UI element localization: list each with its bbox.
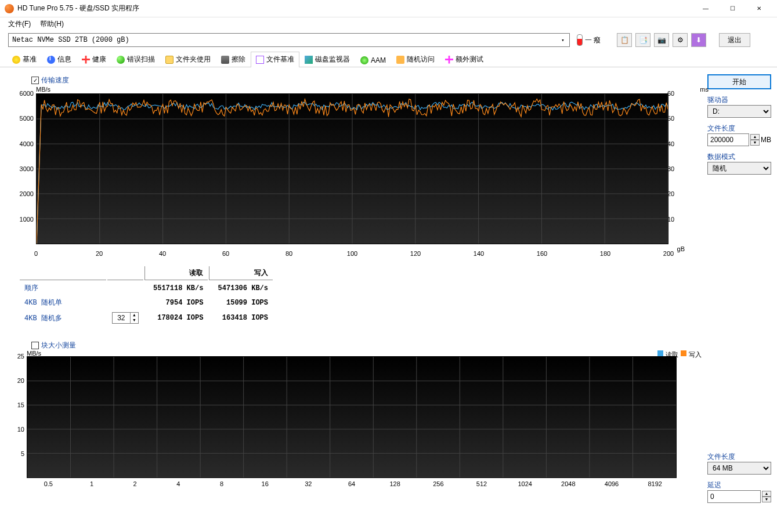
blocksize-chart: 252015105 0.5124816326412825651210242048…	[6, 350, 679, 495]
file-length2-label: 文件长度	[707, 453, 735, 461]
screenshot-button[interactable]: 📷	[654, 33, 669, 47]
minimize-button[interactable]: —	[692, 0, 719, 17]
write-header: 写入	[209, 266, 273, 280]
spin-down-icon[interactable]: ▼	[762, 497, 771, 502]
results-table: 读取 写入 顺序 5517118 KB/s 5471306 KB/s 4KB 随…	[19, 265, 274, 327]
file-benchmark-icon	[256, 56, 264, 64]
blocksize-checkbox[interactable]	[31, 342, 39, 349]
x-axis-unit: gB	[677, 245, 685, 252]
close-button[interactable]: ✕	[746, 0, 772, 17]
data-pattern-select[interactable]: 随机	[707, 162, 771, 175]
data-pattern-label: 数据模式	[707, 153, 735, 161]
thermometer-icon	[577, 34, 583, 46]
copy-all-button[interactable]: 📑	[635, 33, 650, 47]
legend-write-swatch	[681, 350, 686, 356]
spin-up-icon[interactable]: ▲	[750, 134, 760, 140]
drive-label: 驱动器	[707, 96, 728, 104]
menubar: 文件(F) 帮助(H)	[0, 17, 777, 30]
monitor-icon	[305, 56, 313, 64]
queue-depth-value[interactable]	[113, 314, 130, 322]
tab-benchmark[interactable]: 基准	[7, 52, 42, 67]
options-button[interactable]: ⚙	[673, 33, 688, 47]
spin-down-icon[interactable]: ▼	[130, 318, 138, 323]
table-row: 4KB 随机多 ▲▼ 178024 IOPS 163418 IOPS	[20, 310, 273, 325]
file-length2-select[interactable]: 64 MB	[707, 462, 771, 475]
start-button[interactable]: 开始	[707, 74, 771, 89]
dropdown-icon: ▾	[558, 35, 568, 45]
delay-label: 延迟	[707, 481, 721, 489]
blocksize-label: 块大小测量	[41, 341, 76, 350]
transfer-speed-checkbox-row: 传输速度	[31, 75, 702, 85]
transfer-speed-label: 传输速度	[41, 75, 69, 85]
health-icon	[82, 56, 90, 64]
spin-up-icon[interactable]: ▲	[130, 313, 138, 318]
spin-up-icon[interactable]: ▲	[762, 491, 771, 497]
transfer-speed-checkbox[interactable]	[31, 77, 39, 84]
tab-disk-monitor[interactable]: 磁盘监视器	[299, 52, 355, 67]
tab-aam[interactable]: AAM	[355, 53, 391, 67]
save-button[interactable]: ⬇	[691, 33, 706, 47]
app-icon	[5, 4, 14, 13]
tab-error-scan[interactable]: 错误扫描	[111, 52, 160, 67]
benchmark-icon	[12, 56, 20, 64]
table-row: 4KB 随机单 7954 IOPS 15099 IOPS	[20, 296, 273, 309]
window-title: HD Tune Pro 5.75 - 硬盘/SSD 实用程序	[17, 3, 139, 13]
menu-help[interactable]: 帮助(H)	[35, 18, 68, 30]
temperature-display: 一 癈	[573, 34, 604, 46]
blocksize-checkbox-row: 块大小测量	[31, 341, 702, 350]
aam-icon	[360, 56, 368, 64]
menu-file[interactable]: 文件(F)	[3, 18, 35, 30]
file-length-input[interactable]	[707, 133, 749, 146]
table-row: 顺序 5517118 KB/s 5471306 KB/s	[20, 281, 273, 295]
tab-bar: 基准 信息 健康 错误扫描 文件夹使用 擦除 文件基准 磁盘监视器 AAM 随机…	[0, 50, 777, 67]
tab-health[interactable]: 健康	[77, 52, 111, 67]
titlebar: HD Tune Pro 5.75 - 硬盘/SSD 实用程序 — ☐ ✕	[0, 0, 777, 17]
extra-icon	[445, 56, 453, 64]
queue-depth-spinner[interactable]: ▲▼	[112, 312, 139, 324]
copy-button[interactable]: 📋	[617, 33, 632, 47]
toolbar: Netac NVMe SSD 2TB (2000 gB) ▾ 一 癈 📋 📑 📷…	[0, 30, 777, 50]
transfer-chart: 600050004000300020001000 605040302010 02…	[15, 88, 665, 256]
y2-axis-unit: ms	[700, 86, 709, 93]
drive-letter-select[interactable]: D:	[707, 105, 771, 118]
file-length-unit: MB	[761, 136, 771, 144]
side-panel: 开始 驱动器 D: 文件长度 ▲▼ MB 数据模式 随机 文件长度 64 MB …	[707, 73, 771, 526]
read-header: 读取	[144, 266, 208, 280]
file-length-label: 文件长度	[707, 124, 735, 132]
folder-icon	[165, 56, 174, 64]
info-icon	[47, 56, 55, 64]
spin-down-icon[interactable]: ▼	[750, 140, 760, 146]
tab-erase[interactable]: 擦除	[216, 52, 251, 67]
temperature-text: 一 癈	[585, 35, 601, 45]
tab-folder-usage[interactable]: 文件夹使用	[160, 52, 216, 67]
scan-icon	[117, 56, 125, 64]
tab-random-access[interactable]: 随机访问	[391, 52, 440, 67]
delay-input[interactable]	[707, 490, 761, 503]
random-icon	[396, 56, 404, 64]
tab-extra-tests[interactable]: 额外测试	[440, 52, 489, 67]
tab-file-benchmark[interactable]: 文件基准	[251, 52, 299, 67]
tab-info[interactable]: 信息	[42, 52, 77, 67]
drive-select-value: Netac NVMe SSD 2TB (2000 gB)	[12, 36, 129, 44]
drive-select[interactable]: Netac NVMe SSD 2TB (2000 gB) ▾	[8, 33, 570, 47]
maximize-button[interactable]: ☐	[719, 0, 746, 17]
exit-button[interactable]: 退出	[719, 33, 750, 47]
erase-icon	[221, 56, 229, 64]
